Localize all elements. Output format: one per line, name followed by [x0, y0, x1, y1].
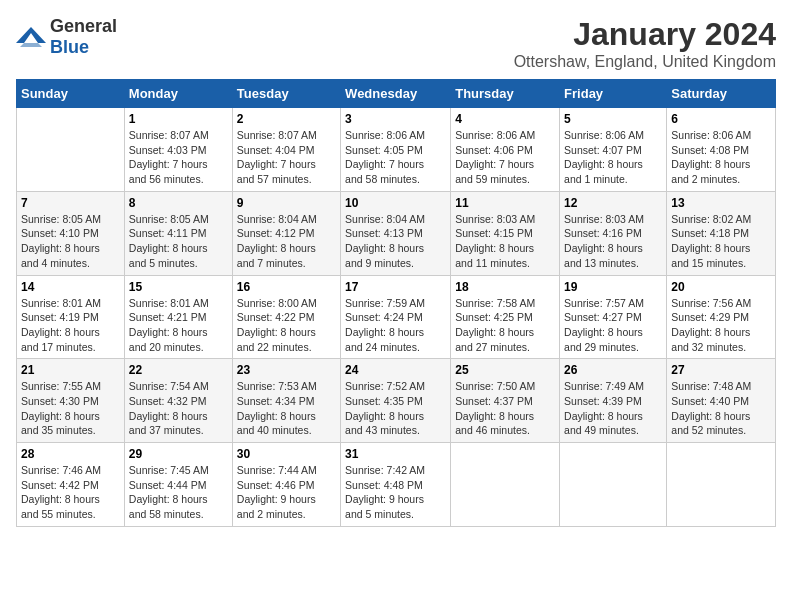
day-number: 9 — [237, 196, 336, 210]
logo-blue: Blue — [50, 37, 89, 57]
day-info: Sunrise: 7:42 AMSunset: 4:48 PMDaylight:… — [345, 463, 446, 522]
day-number: 30 — [237, 447, 336, 461]
day-info: Sunrise: 7:56 AMSunset: 4:29 PMDaylight:… — [671, 296, 771, 355]
title-block: January 2024 Ottershaw, England, United … — [514, 16, 776, 71]
calendar-cell: 14Sunrise: 8:01 AMSunset: 4:19 PMDayligh… — [17, 275, 125, 359]
day-number: 23 — [237, 363, 336, 377]
weekday-header: Wednesday — [341, 80, 451, 108]
calendar-week-row: 1Sunrise: 8:07 AMSunset: 4:03 PMDaylight… — [17, 108, 776, 192]
day-info: Sunrise: 8:04 AMSunset: 4:13 PMDaylight:… — [345, 212, 446, 271]
day-number: 27 — [671, 363, 771, 377]
day-number: 22 — [129, 363, 228, 377]
calendar-cell: 29Sunrise: 7:45 AMSunset: 4:44 PMDayligh… — [124, 443, 232, 527]
weekday-header: Friday — [560, 80, 667, 108]
day-number: 8 — [129, 196, 228, 210]
calendar-cell: 4Sunrise: 8:06 AMSunset: 4:06 PMDaylight… — [451, 108, 560, 192]
day-info: Sunrise: 8:03 AMSunset: 4:16 PMDaylight:… — [564, 212, 662, 271]
calendar-cell: 1Sunrise: 8:07 AMSunset: 4:03 PMDaylight… — [124, 108, 232, 192]
day-info: Sunrise: 7:54 AMSunset: 4:32 PMDaylight:… — [129, 379, 228, 438]
day-info: Sunrise: 7:59 AMSunset: 4:24 PMDaylight:… — [345, 296, 446, 355]
weekday-header: Thursday — [451, 80, 560, 108]
weekday-header: Monday — [124, 80, 232, 108]
day-number: 26 — [564, 363, 662, 377]
calendar-week-row: 7Sunrise: 8:05 AMSunset: 4:10 PMDaylight… — [17, 191, 776, 275]
day-info: Sunrise: 8:03 AMSunset: 4:15 PMDaylight:… — [455, 212, 555, 271]
calendar-week-row: 28Sunrise: 7:46 AMSunset: 4:42 PMDayligh… — [17, 443, 776, 527]
day-number: 4 — [455, 112, 555, 126]
month-title: January 2024 — [514, 16, 776, 53]
calendar-cell: 27Sunrise: 7:48 AMSunset: 4:40 PMDayligh… — [667, 359, 776, 443]
day-info: Sunrise: 7:48 AMSunset: 4:40 PMDaylight:… — [671, 379, 771, 438]
calendar-cell — [17, 108, 125, 192]
day-info: Sunrise: 8:07 AMSunset: 4:04 PMDaylight:… — [237, 128, 336, 187]
day-number: 25 — [455, 363, 555, 377]
day-info: Sunrise: 7:55 AMSunset: 4:30 PMDaylight:… — [21, 379, 120, 438]
calendar-cell: 7Sunrise: 8:05 AMSunset: 4:10 PMDaylight… — [17, 191, 125, 275]
weekday-header: Saturday — [667, 80, 776, 108]
calendar-cell: 8Sunrise: 8:05 AMSunset: 4:11 PMDaylight… — [124, 191, 232, 275]
logo-icon — [16, 25, 46, 49]
location-title: Ottershaw, England, United Kingdom — [514, 53, 776, 71]
day-number: 3 — [345, 112, 446, 126]
day-number: 2 — [237, 112, 336, 126]
day-number: 19 — [564, 280, 662, 294]
calendar-cell: 22Sunrise: 7:54 AMSunset: 4:32 PMDayligh… — [124, 359, 232, 443]
calendar-cell: 3Sunrise: 8:06 AMSunset: 4:05 PMDaylight… — [341, 108, 451, 192]
calendar-cell: 25Sunrise: 7:50 AMSunset: 4:37 PMDayligh… — [451, 359, 560, 443]
calendar-cell: 16Sunrise: 8:00 AMSunset: 4:22 PMDayligh… — [232, 275, 340, 359]
calendar-cell: 20Sunrise: 7:56 AMSunset: 4:29 PMDayligh… — [667, 275, 776, 359]
calendar-cell: 11Sunrise: 8:03 AMSunset: 4:15 PMDayligh… — [451, 191, 560, 275]
day-info: Sunrise: 7:44 AMSunset: 4:46 PMDaylight:… — [237, 463, 336, 522]
calendar-cell: 18Sunrise: 7:58 AMSunset: 4:25 PMDayligh… — [451, 275, 560, 359]
calendar-cell — [560, 443, 667, 527]
day-number: 17 — [345, 280, 446, 294]
calendar-cell: 21Sunrise: 7:55 AMSunset: 4:30 PMDayligh… — [17, 359, 125, 443]
weekday-header: Sunday — [17, 80, 125, 108]
calendar-cell — [451, 443, 560, 527]
day-info: Sunrise: 7:58 AMSunset: 4:25 PMDaylight:… — [455, 296, 555, 355]
calendar-cell: 23Sunrise: 7:53 AMSunset: 4:34 PMDayligh… — [232, 359, 340, 443]
day-number: 14 — [21, 280, 120, 294]
day-info: Sunrise: 7:49 AMSunset: 4:39 PMDaylight:… — [564, 379, 662, 438]
day-info: Sunrise: 8:01 AMSunset: 4:21 PMDaylight:… — [129, 296, 228, 355]
day-info: Sunrise: 7:50 AMSunset: 4:37 PMDaylight:… — [455, 379, 555, 438]
day-number: 28 — [21, 447, 120, 461]
calendar-cell: 28Sunrise: 7:46 AMSunset: 4:42 PMDayligh… — [17, 443, 125, 527]
day-info: Sunrise: 8:05 AMSunset: 4:10 PMDaylight:… — [21, 212, 120, 271]
calendar-cell: 12Sunrise: 8:03 AMSunset: 4:16 PMDayligh… — [560, 191, 667, 275]
calendar-cell: 19Sunrise: 7:57 AMSunset: 4:27 PMDayligh… — [560, 275, 667, 359]
day-number: 6 — [671, 112, 771, 126]
day-info: Sunrise: 8:06 AMSunset: 4:05 PMDaylight:… — [345, 128, 446, 187]
day-info: Sunrise: 8:06 AMSunset: 4:08 PMDaylight:… — [671, 128, 771, 187]
day-info: Sunrise: 7:53 AMSunset: 4:34 PMDaylight:… — [237, 379, 336, 438]
calendar-cell: 9Sunrise: 8:04 AMSunset: 4:12 PMDaylight… — [232, 191, 340, 275]
logo: General Blue — [16, 16, 117, 58]
day-number: 7 — [21, 196, 120, 210]
calendar-cell: 13Sunrise: 8:02 AMSunset: 4:18 PMDayligh… — [667, 191, 776, 275]
calendar-cell: 2Sunrise: 8:07 AMSunset: 4:04 PMDaylight… — [232, 108, 340, 192]
calendar-cell: 26Sunrise: 7:49 AMSunset: 4:39 PMDayligh… — [560, 359, 667, 443]
day-number: 31 — [345, 447, 446, 461]
page-header: General Blue January 2024 Ottershaw, Eng… — [16, 16, 776, 71]
calendar-cell — [667, 443, 776, 527]
day-info: Sunrise: 7:52 AMSunset: 4:35 PMDaylight:… — [345, 379, 446, 438]
calendar-week-row: 21Sunrise: 7:55 AMSunset: 4:30 PMDayligh… — [17, 359, 776, 443]
calendar-cell: 15Sunrise: 8:01 AMSunset: 4:21 PMDayligh… — [124, 275, 232, 359]
calendar-table: SundayMondayTuesdayWednesdayThursdayFrid… — [16, 79, 776, 527]
svg-marker-0 — [16, 27, 46, 43]
day-info: Sunrise: 7:46 AMSunset: 4:42 PMDaylight:… — [21, 463, 120, 522]
calendar-cell: 6Sunrise: 8:06 AMSunset: 4:08 PMDaylight… — [667, 108, 776, 192]
day-number: 12 — [564, 196, 662, 210]
calendar-header-row: SundayMondayTuesdayWednesdayThursdayFrid… — [17, 80, 776, 108]
day-number: 16 — [237, 280, 336, 294]
day-info: Sunrise: 8:02 AMSunset: 4:18 PMDaylight:… — [671, 212, 771, 271]
day-number: 18 — [455, 280, 555, 294]
calendar-cell: 30Sunrise: 7:44 AMSunset: 4:46 PMDayligh… — [232, 443, 340, 527]
day-info: Sunrise: 8:05 AMSunset: 4:11 PMDaylight:… — [129, 212, 228, 271]
calendar-week-row: 14Sunrise: 8:01 AMSunset: 4:19 PMDayligh… — [17, 275, 776, 359]
day-info: Sunrise: 8:04 AMSunset: 4:12 PMDaylight:… — [237, 212, 336, 271]
logo-general: General — [50, 16, 117, 36]
calendar-cell: 31Sunrise: 7:42 AMSunset: 4:48 PMDayligh… — [341, 443, 451, 527]
calendar-cell: 5Sunrise: 8:06 AMSunset: 4:07 PMDaylight… — [560, 108, 667, 192]
day-info: Sunrise: 8:00 AMSunset: 4:22 PMDaylight:… — [237, 296, 336, 355]
